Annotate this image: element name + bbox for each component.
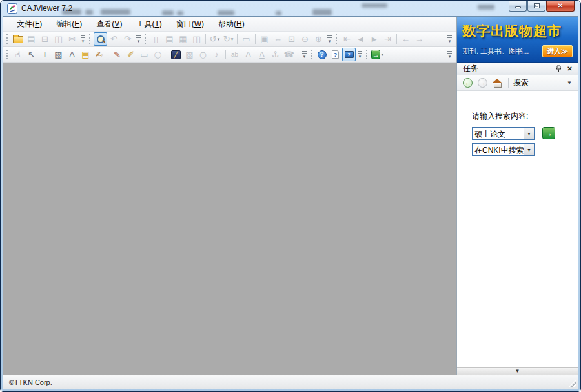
single-page-button[interactable]: ▯ — [149, 32, 163, 46]
pin-button[interactable] — [553, 64, 564, 74]
toolbar-overflow-button[interactable]: ▾ — [300, 48, 309, 61]
timer-annotation-button[interactable]: ◷ — [196, 48, 210, 61]
continuous-facing-button[interactable]: ▦ — [176, 32, 190, 46]
search-keyword-value[interactable]: 硕士论文 — [473, 128, 524, 139]
title-bar[interactable]: CAJViewer 7.2 ✕ — [3, 1, 578, 16]
toolbar-overflow-button[interactable]: ▾ — [445, 32, 454, 46]
facing-page-button[interactable]: ◫ — [190, 32, 203, 46]
rectangle-tool-button[interactable]: ▭ — [138, 48, 151, 61]
save-button[interactable]: ▤ — [25, 32, 38, 46]
keyword-dropdown-button[interactable]: ▼ — [524, 128, 534, 139]
undo-button[interactable]: ↶ — [107, 32, 121, 46]
task-back-button[interactable] — [462, 77, 474, 89]
mail-document-icon: ✉ — [68, 35, 76, 43]
menu-help[interactable]: 帮助(H) — [212, 17, 250, 32]
actual-size-button[interactable]: ⊡ — [285, 32, 298, 46]
restore-button[interactable] — [527, 1, 545, 12]
rotate-right-button[interactable]: ↻▾ — [221, 32, 235, 46]
help-button[interactable] — [315, 48, 329, 61]
print-button[interactable]: ⊟ — [38, 32, 52, 46]
keyword-row: 硕士论文 ▼ — [472, 127, 578, 140]
image-select-tool-button[interactable]: ▧ — [52, 48, 65, 61]
toolbar-overflow-button[interactable]: ▾ — [445, 48, 454, 61]
rotate-left-button[interactable]: ↺▾ — [208, 32, 221, 46]
menu-view[interactable]: 查看(V) — [90, 17, 128, 32]
scope-dropdown-button[interactable]: ▼ — [524, 144, 534, 155]
add-note-button[interactable]: ▤ — [79, 48, 92, 61]
task-home-button[interactable] — [491, 77, 504, 89]
zoom-in-button[interactable]: ⊕ — [312, 32, 325, 46]
search-go-button[interactable] — [542, 127, 555, 139]
toolbar-overflow-button[interactable]: ▾ — [134, 32, 143, 46]
toolbar-overflow-button[interactable]: ▾ — [79, 32, 87, 46]
toolbar-overflow-button[interactable]: ▾ — [325, 32, 334, 46]
close-button[interactable]: ✕ — [546, 1, 575, 12]
link-tool-button[interactable]: ☎ — [282, 48, 296, 61]
highlight-tool-button[interactable]: ✐ — [124, 48, 138, 61]
menu-window[interactable]: 窗口(W) — [170, 17, 210, 32]
go-forward-button[interactable]: → — [413, 32, 426, 46]
menu-edit[interactable]: 编辑(E) — [50, 17, 88, 32]
fit-page-button[interactable]: ▣ — [258, 32, 271, 46]
toolbar-row-2: ☝↖T▧A▤✍✎✐▭◯▧◷♪abAA⚓☎▾▾▾▾ — [3, 47, 456, 63]
redo-button[interactable]: ↷ — [121, 32, 134, 46]
anchor-tool-button[interactable]: ⚓ — [269, 48, 282, 61]
resize-grip[interactable] — [568, 379, 576, 387]
task-forward-button[interactable] — [476, 77, 489, 89]
search-scope-combobox[interactable]: 在CNKI中搜索 ▼ — [472, 143, 535, 156]
pinyin-annotation-button[interactable]: ab — [228, 48, 241, 61]
cnki-search-button[interactable]: ▾ — [371, 48, 384, 61]
task-tab-dropdown-button[interactable]: ▼ — [566, 80, 573, 86]
menu-file[interactable]: 文件(F) — [11, 17, 48, 32]
close-pane-button[interactable]: ✕ — [564, 64, 575, 74]
cnki-search-dropdown[interactable]: ▾ — [381, 52, 383, 57]
go-back-button[interactable]: ← — [399, 32, 413, 46]
edit-annotation-button[interactable]: ✍ — [92, 48, 106, 61]
toolbar-overflow-icon — [81, 35, 85, 38]
search-scope-value[interactable]: 在CNKI中搜索 — [473, 144, 524, 155]
help-topics-button[interactable] — [329, 48, 342, 61]
glass-reflection — [62, 9, 81, 15]
zoom-in-icon: ⊕ — [315, 35, 322, 43]
rotate-left-dropdown[interactable]: ▾ — [218, 37, 220, 42]
pinyin-annotation-icon: ab — [231, 52, 238, 58]
full-screen-button[interactable]: ▭ — [240, 32, 253, 46]
continuous-page-button[interactable]: ▤ — [163, 32, 176, 46]
knowledge-tool-button[interactable] — [169, 48, 183, 61]
text-recognize-tool-button[interactable]: A — [65, 48, 79, 61]
help-online-button[interactable] — [342, 48, 356, 61]
document-column: 文件(F)编辑(E)查看(V)工具(T)窗口(W)帮助(H) ▤⊟◫✉▾↶↷▾▯… — [3, 17, 456, 375]
publication-banner[interactable]: 数字出版物超市 期刊. 工具书、图书... 进入≫ — [457, 17, 578, 63]
image-annotation-button[interactable]: ▧ — [183, 48, 196, 61]
sound-annotation-button[interactable]: ♪ — [210, 48, 223, 61]
print-preview-button[interactable]: ◫ — [52, 32, 65, 46]
first-page-button[interactable]: ⇤ — [340, 32, 354, 46]
task-scroll-down-button[interactable]: ▼ — [457, 367, 578, 375]
minimize-button[interactable] — [509, 1, 527, 12]
enter-market-button[interactable]: 进入≫ — [542, 45, 573, 57]
chevron-down-icon: ▾ — [303, 54, 306, 59]
open-button[interactable] — [11, 32, 25, 46]
zoom-out-button[interactable]: ⊖ — [298, 32, 312, 46]
last-page-button[interactable]: ⇥ — [381, 32, 394, 46]
find-button[interactable] — [94, 32, 107, 46]
fit-width-button[interactable]: ⇔ — [271, 32, 285, 46]
open-icon — [13, 36, 23, 43]
underline-tool-button[interactable]: A — [255, 48, 269, 61]
document-area[interactable] — [3, 63, 456, 375]
toolbar-overflow-button[interactable]: ▾ — [356, 48, 364, 61]
prev-page-button[interactable]: ◀ — [354, 32, 367, 46]
font-tool-button[interactable]: A — [241, 48, 255, 61]
select-tool-button[interactable]: ↖ — [25, 48, 38, 61]
line-tool-button[interactable]: ✎ — [110, 48, 124, 61]
next-page-button[interactable]: ▶ — [367, 32, 381, 46]
rotate-right-dropdown[interactable]: ▾ — [231, 37, 234, 42]
search-keyword-combobox[interactable]: 硕士论文 ▼ — [472, 127, 535, 140]
toolbar-separator — [167, 50, 167, 59]
mail-document-button[interactable]: ✉ — [65, 32, 79, 46]
menu-tools[interactable]: 工具(T) — [130, 17, 167, 32]
hand-tool-button[interactable]: ☝ — [11, 48, 25, 61]
text-select-tool-button[interactable]: T — [38, 48, 52, 61]
ellipse-tool-button[interactable]: ◯ — [151, 48, 165, 61]
next-page-icon: ▶ — [372, 36, 377, 43]
